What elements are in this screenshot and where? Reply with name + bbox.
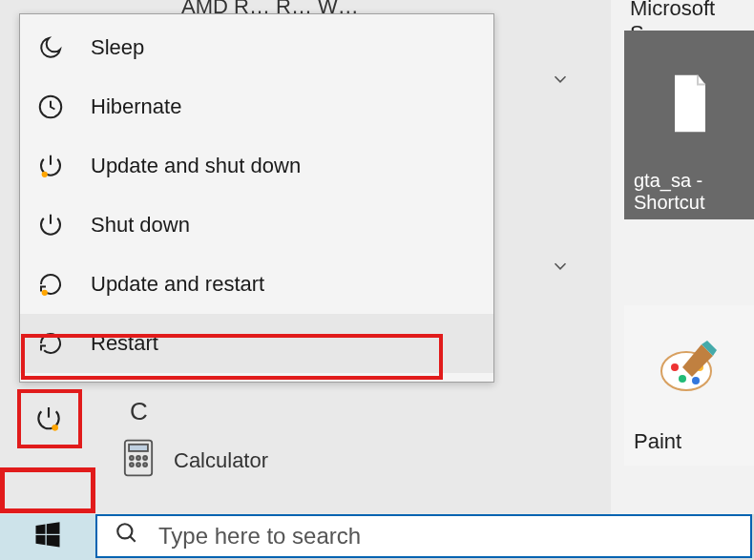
app-list-item-calculator[interactable]: Calculator [122, 439, 268, 483]
menu-item-hibernate[interactable]: Hibernate [20, 77, 493, 136]
svg-point-7 [136, 456, 140, 460]
menu-label: Update and shut down [91, 154, 301, 178]
menu-label: Update and restart [91, 272, 264, 297]
chevron-down-icon[interactable] [550, 256, 571, 280]
restart-update-icon [31, 265, 70, 303]
search-placeholder: Type here to search [158, 523, 361, 550]
tile-label: gta_sa - Shortcut [634, 170, 746, 214]
menu-item-shutdown[interactable]: Shut down [20, 196, 493, 255]
restart-icon [31, 324, 70, 363]
windows-logo-icon [33, 521, 62, 553]
menu-label: Restart [91, 331, 158, 356]
menu-label: Sleep [91, 35, 144, 60]
tile-paint[interactable]: Paint [624, 305, 754, 466]
svg-point-15 [692, 377, 700, 384]
svg-point-10 [136, 463, 140, 467]
clock-icon [31, 88, 70, 126]
taskbar-search[interactable]: Type here to search [95, 514, 752, 558]
alpha-header-c[interactable]: C [130, 397, 148, 426]
moon-icon [31, 29, 70, 67]
calculator-icon [122, 439, 155, 483]
menu-label: Shut down [91, 213, 190, 238]
svg-point-9 [130, 463, 134, 467]
svg-point-3 [52, 425, 58, 431]
svg-point-13 [671, 363, 679, 371]
svg-point-1 [42, 172, 48, 177]
svg-point-8 [143, 456, 147, 460]
menu-item-update-restart[interactable]: Update and restart [20, 255, 493, 314]
tile-label: Paint [634, 429, 744, 454]
taskbar: Type here to search [0, 514, 754, 560]
search-icon [115, 521, 139, 551]
svg-rect-5 [129, 445, 148, 451]
power-update-icon [31, 147, 70, 185]
start-power-button[interactable] [29, 399, 69, 439]
menu-item-update-shutdown[interactable]: Update and shut down [20, 136, 493, 196]
paint-palette-icon [660, 339, 719, 400]
tile-gta-shortcut[interactable]: gta_sa - Shortcut [624, 31, 754, 219]
menu-item-sleep[interactable]: Sleep [20, 18, 493, 77]
svg-point-17 [117, 524, 132, 538]
file-icon [667, 75, 713, 137]
svg-point-2 [42, 290, 48, 296]
svg-point-14 [679, 375, 686, 383]
power-icon [31, 206, 70, 244]
menu-item-restart[interactable]: Restart [20, 314, 493, 373]
svg-point-6 [130, 456, 134, 460]
app-label: Calculator [174, 448, 268, 473]
svg-point-11 [143, 463, 147, 467]
start-button[interactable] [0, 514, 95, 560]
menu-label: Hibernate [91, 94, 181, 119]
chevron-down-icon[interactable] [550, 69, 571, 93]
power-options-menu: Sleep Hibernate Update and shut down [19, 13, 494, 383]
